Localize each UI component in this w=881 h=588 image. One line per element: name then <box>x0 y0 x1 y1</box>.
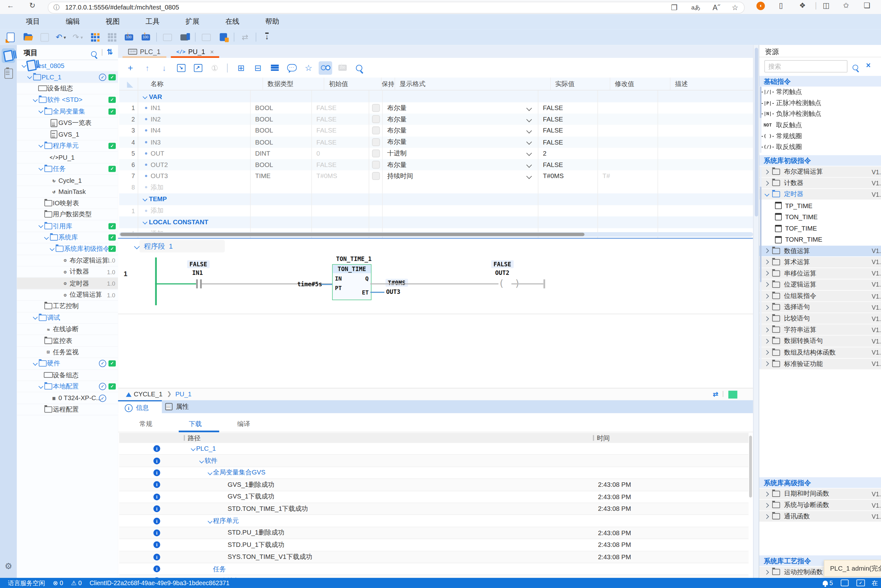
library-item[interactable]: 系统与诊断函数 V1.0 <box>759 500 881 510</box>
chevron-icon[interactable] <box>764 492 769 496</box>
pin-q[interactable]: Q <box>365 276 369 282</box>
breadcrumb-pu[interactable]: PU_1 <box>175 391 191 397</box>
keep-checkbox[interactable] <box>372 138 380 146</box>
tab-plc1[interactable]: 1100 PLC_1 <box>122 45 166 58</box>
info-row[interactable]: i 程序单元 <box>119 515 749 527</box>
menu-item[interactable]: 视图 <box>106 17 120 26</box>
tree-item[interactable]: ⚙ 定时器 1.0 ✓ ✓ <box>17 278 118 290</box>
library-item[interactable]: 标准验证功能 V1.0 <box>759 358 881 369</box>
chevron-icon[interactable] <box>764 514 769 518</box>
cell-desc[interactable] <box>658 125 753 136</box>
chevron-down-icon[interactable] <box>37 167 43 171</box>
info-row[interactable]: i 全局变量集合GVS <box>119 467 749 479</box>
variable-row[interactable]: 7 OUT3 TIME T#0MS 持续时间 T#0MS T# <box>119 171 753 182</box>
main-scroll-gutter[interactable] <box>753 45 759 578</box>
tree-item[interactable]: 软件 <STD> ✓ ✓ <box>17 94 118 106</box>
tree-item[interactable]: 本地配置 ✓ ✓ <box>17 381 118 393</box>
menu-item[interactable]: 帮助 <box>265 17 279 26</box>
basic-instruction-item[interactable]: -( )- 常规线圈 <box>759 130 881 142</box>
clipboard-panel-icon[interactable] <box>1 66 15 81</box>
tree-item[interactable]: ⊡ 任务监视 ✓ ✓ <box>17 346 118 358</box>
chevron-down-icon[interactable] <box>198 459 205 462</box>
favorite-icon[interactable]: ☆ <box>302 61 315 75</box>
cell-init[interactable] <box>312 216 369 228</box>
info-row[interactable]: i SYS.TON_TIME_V1下载成功 2:43:08 PM <box>119 551 749 563</box>
back-icon[interactable]: ← <box>7 1 14 10</box>
chevron-down-icon[interactable] <box>43 190 49 194</box>
cell-actual[interactable] <box>538 90 598 102</box>
cell-name[interactable]: LOCAL CONSTANT <box>138 216 250 228</box>
clipboard-icon[interactable]: ❐ <box>671 3 678 12</box>
tree-item[interactable]: ↻ Cycle_1 ✓ ✓ <box>17 175 118 186</box>
cell-modify[interactable] <box>598 90 658 102</box>
favorite-star-icon[interactable]: ☆ <box>732 3 739 12</box>
warning-count[interactable]: ⚠0 <box>71 579 82 586</box>
network-header[interactable]: 程序段 1 <box>135 242 173 251</box>
device-ghost-icon[interactable] <box>161 32 174 43</box>
variable-row[interactable]: VAR <box>119 90 753 102</box>
chevron-down-icon[interactable] <box>43 396 49 400</box>
monitor-watch-icon[interactable] <box>319 61 333 75</box>
link-broken-icon[interactable]: × <box>866 61 871 70</box>
chevron-down-icon[interactable] <box>37 351 43 354</box>
pin-et[interactable]: ET <box>362 290 369 296</box>
cell-name[interactable]: IN2 <box>138 114 250 125</box>
library-item[interactable]: 比较语句 V1.0 <box>759 313 881 324</box>
cell-actual[interactable]: FALSE <box>538 102 598 114</box>
blocks-disabled-icon[interactable] <box>106 32 118 43</box>
tree-item[interactable]: 设备组态 ✓ ✓ <box>17 370 118 381</box>
cell-actual[interactable]: 2 <box>538 148 598 159</box>
cell-actual[interactable]: FALSE <box>538 114 598 125</box>
cell-name[interactable]: IN4 <box>138 125 250 136</box>
chevron-icon[interactable] <box>764 328 769 332</box>
variable-row[interactable]: 2 IN2 BOOL FALSE 布尔量 FALSE <box>119 114 753 125</box>
cell-modify[interactable] <box>598 102 658 114</box>
cell-desc[interactable] <box>658 114 753 125</box>
library-item[interactable]: TOF_TIME <box>759 223 881 234</box>
cell-desc[interactable] <box>658 182 753 193</box>
tree-item[interactable]: PLC_1 ✓ ✓ <box>17 72 118 83</box>
site-info-icon[interactable]: ⓘ <box>54 3 60 12</box>
cell-desc[interactable] <box>658 205 753 216</box>
chevron-down-icon[interactable] <box>43 132 49 136</box>
variable-row[interactable]: 8 添加 <box>119 182 753 193</box>
upload-from-device-icon[interactable]: ↑100 <box>139 32 152 43</box>
cell-keep[interactable] <box>369 136 383 148</box>
cell-init[interactable] <box>312 182 369 193</box>
blocks-icon[interactable] <box>89 32 101 43</box>
tree-item[interactable]: 系统库 ✓ ✓ <box>17 232 118 243</box>
cell-keep[interactable] <box>369 182 383 193</box>
keep-checkbox[interactable] <box>372 172 380 180</box>
variable-row[interactable]: 1 IN1 BOOL FALSE 布尔量 FALSE <box>119 102 753 114</box>
notifications-bell-icon[interactable] <box>823 581 828 585</box>
info-row[interactable]: i GVS_1删除成功 2:43:08 PM <box>119 479 749 491</box>
tree-item[interactable]: 调试 ✓ ✓ <box>17 312 118 324</box>
pin-in[interactable]: IN <box>335 276 342 282</box>
keep-checkbox[interactable] <box>372 149 380 157</box>
save-icon[interactable] <box>38 32 51 43</box>
cell-name[interactable]: VAR <box>138 90 250 102</box>
cell-modify[interactable] <box>598 205 658 216</box>
cell-type[interactable] <box>251 90 312 102</box>
col-name[interactable]: 名称 <box>138 78 263 90</box>
tree-item[interactable]: test_0805 ✓ ✓ <box>17 60 118 72</box>
library-item[interactable]: 布尔逻辑运算 V1.0 <box>759 166 881 177</box>
chevron-down-icon[interactable] <box>37 339 43 342</box>
chevron-down-icon[interactable] <box>54 282 61 285</box>
chevron-icon[interactable] <box>764 317 769 320</box>
tree-item[interactable]: ⚙ 计数器 1.0 ✓ ✓ <box>17 266 118 278</box>
basic-instruction-item[interactable]: -|N|- 负脉冲检测触点 <box>759 108 881 120</box>
block-instance-label[interactable]: TON_TIME_1 <box>336 255 372 262</box>
keep-checkbox[interactable] <box>372 160 380 169</box>
library-item[interactable]: 计数器 V1.0 <box>759 178 881 189</box>
basic-instruction-item[interactable]: -|/|- 常闭触点 <box>759 87 881 98</box>
info-row[interactable]: i 软件 <box>119 455 749 467</box>
tree-item[interactable]: ≈ 在线诊断 ✓ ✓ <box>17 324 118 335</box>
import-icon[interactable]: ↘ <box>174 61 188 75</box>
cell-format[interactable]: 布尔量 <box>383 102 538 114</box>
move-up-icon[interactable]: ↑ <box>141 61 154 75</box>
chevron-icon[interactable] <box>764 294 769 298</box>
chevron-icon[interactable] <box>764 351 769 354</box>
chevron-icon[interactable] <box>764 339 769 343</box>
step-disabled-icon[interactable]: ① <box>208 61 222 75</box>
